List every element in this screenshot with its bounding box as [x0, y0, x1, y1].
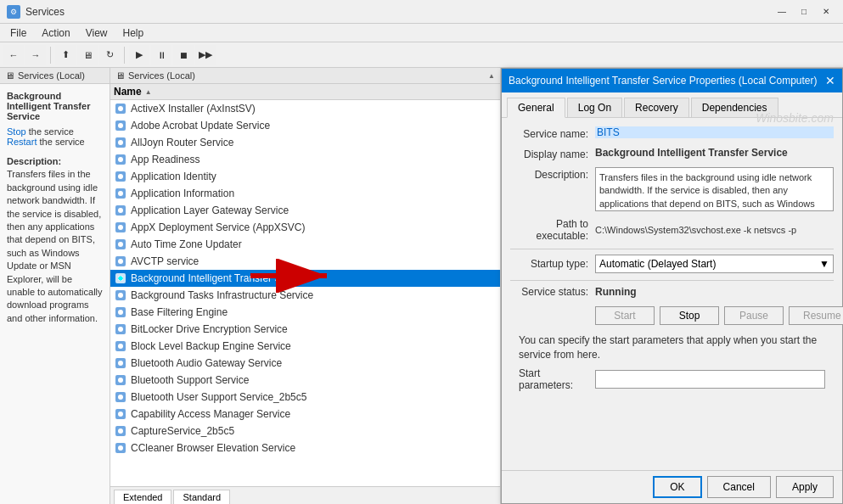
desc-label: Description: — [7, 156, 61, 166]
service-name-text: Capability Access Manager Service — [131, 408, 290, 420]
up-button[interactable]: ⬆ — [55, 45, 76, 65]
restart-link[interactable]: Restart — [7, 137, 37, 147]
service-name-text: Bluetooth Support Service — [131, 374, 249, 386]
description-box: Transfers files in the background using … — [595, 167, 834, 211]
resume-button[interactable]: Resume — [789, 306, 843, 325]
service-name-text: Auto Time Zone Updater — [131, 238, 242, 250]
show-hide-button[interactable]: 🖥 — [77, 45, 98, 65]
menu-file[interactable]: File — [3, 25, 33, 41]
col-name-label: Name — [114, 86, 142, 98]
left-panel-title: Services (Local) — [18, 70, 85, 81]
tab-extended[interactable]: Extended — [114, 490, 171, 504]
service-name-text: CCleaner Browser Elevation Service — [131, 442, 295, 454]
service-icon — [114, 288, 127, 302]
window-title: Services — [25, 6, 65, 18]
column-header-name[interactable]: Name ▲ — [110, 84, 500, 100]
tab-recovery[interactable]: Recovery — [624, 98, 689, 117]
menu-help[interactable]: Help — [116, 25, 151, 41]
service-name-text: Bluetooth Audio Gateway Service — [131, 357, 282, 369]
service-name-row: Service name: BITS — [510, 126, 834, 140]
svg-point-3 — [118, 123, 123, 128]
service-item[interactable]: CCleaner Browser Elevation Service — [110, 440, 500, 456]
service-item[interactable]: AppX Deployment Service (AppXSVC) — [110, 219, 500, 236]
minimize-button[interactable]: — — [772, 3, 792, 20]
service-item[interactable]: Application Information — [110, 185, 500, 202]
svg-point-7 — [118, 157, 123, 162]
service-item[interactable]: Bluetooth Audio Gateway Service — [110, 355, 500, 372]
center-panel: 🖥 Services (Local) ▲ Name ▲ ActiveX Inst… — [110, 68, 501, 504]
stop-button[interactable]: ⏹ — [173, 45, 194, 65]
service-item[interactable]: Block Level Backup Engine Service — [110, 338, 500, 355]
params-description: You can specify the start parameters tha… — [519, 333, 825, 362]
service-icon — [114, 187, 127, 200]
pause-button[interactable]: ⏸ — [151, 45, 171, 65]
apply-button[interactable]: Apply — [776, 476, 834, 498]
service-item[interactable]: ActiveX Installer (AxInstSV) — [110, 100, 500, 117]
maximize-button[interactable]: □ — [794, 3, 814, 20]
startup-label: Startup type: — [510, 258, 595, 270]
status-value: Running — [595, 286, 637, 298]
service-item[interactable]: Capability Access Manager Service — [110, 406, 500, 423]
params-input[interactable] — [595, 370, 825, 389]
svg-point-23 — [118, 293, 123, 298]
back-button[interactable]: ← — [3, 45, 24, 65]
service-item[interactable]: AllJoyn Router Service — [110, 134, 500, 151]
service-name-label: Service name: — [510, 126, 595, 140]
service-name-text: AppX Deployment Service (AppXSVC) — [131, 221, 305, 233]
service-name-text: AVCTP service — [131, 255, 199, 267]
service-name-text: Background Tasks Infrastructure Service — [131, 289, 313, 301]
service-item[interactable]: Background Tasks Infrastructure Service — [110, 287, 500, 304]
service-item[interactable]: Adobe Acrobat Update Service — [110, 117, 500, 134]
center-panel-title: Services (Local) — [128, 70, 195, 81]
start-button[interactable]: Start — [595, 306, 655, 325]
service-item[interactable]: Application Identity — [110, 168, 500, 185]
watermark: Winosbite.com — [756, 111, 834, 125]
cancel-button[interactable]: Cancel — [707, 476, 771, 498]
stop-button[interactable]: Stop — [660, 306, 719, 325]
menu-view[interactable]: View — [79, 25, 115, 41]
svg-point-37 — [118, 412, 123, 417]
service-item[interactable]: CaptureService_2b5c5 — [110, 423, 500, 440]
path-value: C:\Windows\System32\svchost.exe -k netsv… — [595, 225, 834, 235]
description-row: Description: Transfers files in the back… — [510, 167, 834, 211]
svg-point-35 — [118, 395, 123, 400]
service-icon — [114, 339, 127, 353]
service-icon — [114, 305, 127, 319]
toolbar-separator-2 — [124, 47, 125, 64]
stop-link[interactable]: Stop — [7, 126, 26, 137]
service-item[interactable]: App Readiness — [110, 151, 500, 168]
service-item[interactable]: Base Filtering Engine — [110, 304, 500, 321]
ok-button[interactable]: OK — [653, 476, 701, 498]
svg-point-15 — [118, 225, 123, 230]
pause-button[interactable]: Pause — [724, 306, 784, 325]
tab-logon[interactable]: Log On — [567, 98, 622, 117]
service-item[interactable]: Application Layer Gateway Service — [110, 202, 500, 219]
toolbar-separator-1 — [50, 47, 51, 64]
service-item[interactable]: Auto Time Zone Updater — [110, 236, 500, 253]
startup-select[interactable]: Automatic (Delayed Start) ▼ — [595, 255, 834, 273]
service-icon — [114, 119, 127, 132]
service-item[interactable]: Bluetooth Support Service — [110, 372, 500, 389]
service-item[interactable]: AVCTP service — [110, 253, 500, 270]
service-name-text: Base Filtering Engine — [131, 306, 228, 318]
restart-button[interactable]: ▶▶ — [195, 45, 216, 65]
svg-point-1 — [118, 106, 123, 111]
refresh-button[interactable]: ↻ — [99, 45, 120, 65]
close-button[interactable]: ✕ — [816, 3, 836, 20]
forward-button[interactable]: → — [25, 45, 46, 65]
dropdown-icon: ▼ — [819, 258, 829, 270]
dialog-close-button[interactable]: ✕ — [825, 74, 835, 87]
service-item[interactable]: Bluetooth User Support Service_2b5c5 — [110, 389, 500, 406]
service-item[interactable]: Background Intelligent Transfer Service — [110, 270, 500, 287]
service-icon — [114, 255, 127, 268]
svg-point-9 — [118, 174, 123, 179]
tab-standard[interactable]: Standard — [173, 490, 230, 504]
service-icon — [114, 170, 127, 183]
service-item[interactable]: BitLocker Drive Encryption Service — [110, 321, 500, 338]
description-text: Transfers files in the background using … — [599, 172, 815, 209]
tab-general[interactable]: General — [507, 98, 565, 118]
left-description: Description: Transfers files in the back… — [7, 155, 103, 325]
menu-action[interactable]: Action — [35, 25, 76, 41]
play-button[interactable]: ▶ — [129, 45, 149, 65]
svg-point-29 — [118, 344, 123, 349]
